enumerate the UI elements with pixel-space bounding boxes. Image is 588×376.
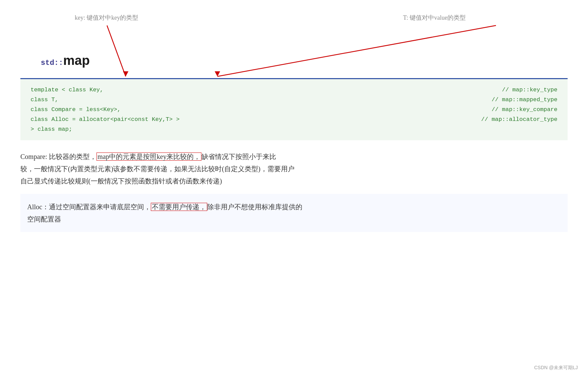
svg-line-0 <box>107 25 126 76</box>
alloc-line-2: 空间配置器 <box>27 213 561 225</box>
code-line-5-right <box>544 125 557 135</box>
code-line-5: > class map; <box>31 125 557 135</box>
code-line-2: class T, // map::mapped_type <box>31 95 557 105</box>
code-line-5-left: > class map; <box>31 125 544 135</box>
code-line-2-right: // map::mapped_type <box>478 95 557 105</box>
compare-highlight: map中的元素是按照key来比较的， <box>96 153 201 161</box>
description-line-2: 较，一般情况下(内置类型元素)该参数不需要传递，如果无法比较时(自定义类型)，需… <box>20 163 547 175</box>
description-line-1: Compare: 比较器的类型，map中的元素是按照key来比较的，缺省情况下按… <box>20 150 547 163</box>
code-line-1: template < class Key, // map::key_type <box>31 85 557 95</box>
code-line-4: class Alloc = allocator<pair<const Key,T… <box>31 115 557 125</box>
svg-marker-1 <box>123 71 128 76</box>
code-line-4-right: // map::allocator_type <box>468 115 557 125</box>
annotation-area: key: 键值对中key的类型 T: 键值对中value的类型 std::map <box>20 10 568 78</box>
description-area: Compare: 比较器的类型，map中的元素是按照key来比较的，缺省情况下按… <box>20 140 568 194</box>
code-line-3: class Compare = less<Key>, // map::key_c… <box>31 105 557 115</box>
code-line-3-left: class Compare = less<Key>, <box>31 105 478 115</box>
title-map: map <box>63 53 90 68</box>
compare-rest: 缺省情况下按照小于来比 <box>201 153 276 160</box>
code-line-1-right: // map::key_type <box>488 85 557 95</box>
svg-marker-3 <box>215 71 220 76</box>
code-line-2-left: class T, <box>31 95 478 105</box>
annotation-key: key: 键值对中key的类型 <box>75 14 138 22</box>
description-line-3: 自己显式传递比较规则(一般情况下按照函数指针或者仿函数来传递) <box>20 175 547 187</box>
svg-line-2 <box>217 25 496 76</box>
title-std: std:: <box>41 59 63 67</box>
alloc-label: Alloc：通过空间配置器来申请底层空间， <box>27 203 151 211</box>
compare-label: Compare: 比较器的类型， <box>20 153 96 160</box>
code-line-4-left: class Alloc = allocator<pair<const Key,T… <box>31 115 468 125</box>
alloc-line-1: Alloc：通过空间配置器来申请底层空间，不需要用户传递，除非用户不想使用标准库… <box>27 201 561 213</box>
annotation-t: T: 键值对中value的类型 <box>403 14 466 22</box>
code-block: template < class Key, // map::key_type c… <box>20 79 568 140</box>
alloc-area: Alloc：通过空间配置器来申请底层空间，不需要用户传递，除非用户不想使用标准库… <box>20 194 568 232</box>
page-container: key: 键值对中key的类型 T: 键值对中value的类型 std::map… <box>0 0 588 376</box>
alloc-highlight: 不需要用户传递， <box>151 203 207 211</box>
code-line-1-left: template < class Key, <box>31 85 488 95</box>
std-map-title: std::map <box>41 53 90 68</box>
watermark: CSDN @未来可期LJ <box>534 365 578 371</box>
alloc-rest: 除非用户不想使用标准库提供的 <box>207 203 302 211</box>
code-line-3-right: // map::key_compare <box>478 105 557 115</box>
